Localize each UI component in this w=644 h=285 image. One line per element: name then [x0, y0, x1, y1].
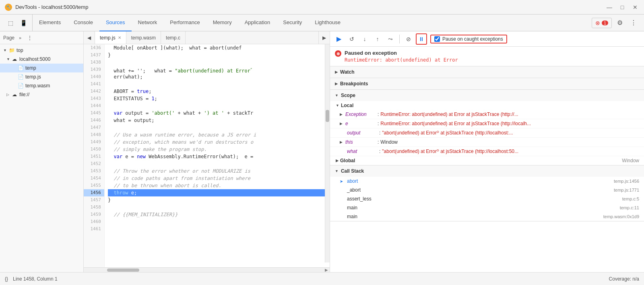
scope-header[interactable]: ▼ Scope	[330, 90, 644, 101]
line-num-1453: 1453	[84, 167, 104, 175]
line-num-1459: 1459	[84, 211, 104, 218]
tab-network[interactable]: Network	[132, 14, 164, 31]
callstack-item-main1[interactable]: main temp.c:11	[330, 203, 644, 212]
code-more-button[interactable]: ▶	[318, 31, 330, 44]
tree-item-tempwasm[interactable]: 📄 temp.wasm	[0, 81, 83, 90]
pause-exceptions-button[interactable]: ⏸	[416, 33, 427, 45]
code-line-1449: // exception, which means we'd run destr…	[108, 138, 330, 146]
scope-e-key: e	[345, 120, 378, 127]
code-body: 1436 1437 1438 1439 1440 1441 1442 1443 …	[84, 44, 330, 267]
deactivate-breakpoints-button[interactable]: ⊘	[403, 33, 414, 45]
callstack-loc-main2: temp.wasm:0x1d9	[603, 214, 639, 219]
tab-lighthouse[interactable]: Lighthouse	[308, 14, 347, 31]
watch-chevron-icon: ▶	[335, 70, 338, 74]
scope-label: Scope	[341, 93, 355, 98]
watch-header[interactable]: ▶ Watch	[330, 66, 644, 78]
callstack-loc-main1: temp.c:11	[620, 205, 639, 210]
line-num-1450: 1450	[84, 146, 104, 153]
file-tab-tempjs-close[interactable]: ✕	[118, 35, 121, 40]
exception-content: Paused on exception RuntimeError: abort(…	[345, 50, 458, 63]
minimize-button[interactable]: —	[605, 3, 613, 11]
e-expand-icon: ▶	[340, 120, 344, 127]
close-button[interactable]: ✕	[631, 3, 639, 11]
breakpoints-header[interactable]: ▶ Breakpoints	[330, 78, 644, 89]
file-tab-tempwasm[interactable]: temp.wasm	[126, 31, 161, 44]
scope-exception-item[interactable]: ▶ Exception : RuntimeError: abort(undefi…	[330, 110, 644, 119]
vertical-scrollbar[interactable]	[325, 44, 330, 262]
scope-what-key: what	[347, 148, 379, 155]
step-over-button[interactable]: ↺	[346, 33, 357, 45]
tree-item-top[interactable]: ▼ 📁 top	[0, 46, 83, 55]
line-num-1439: 1439	[84, 66, 104, 73]
exception-title: Paused on exception	[345, 50, 458, 56]
chevron-down-icon: ▼	[6, 57, 10, 61]
scope-what-item[interactable]: what : "abort(undefined) at Errorᴰ at js…	[330, 147, 644, 156]
step-out-button[interactable]: ↑	[372, 33, 383, 45]
file-tab-tempc[interactable]: temp.c	[161, 31, 186, 44]
code-line-1436: Module[ onAbort ](what); what = abort(un…	[108, 44, 330, 52]
scope-global-header[interactable]: ▶ Global Window	[330, 156, 644, 165]
tree-item-tempjs[interactable]: 📄 temp.js	[0, 72, 83, 81]
pause-caught-exceptions-checkbox[interactable]	[434, 36, 440, 42]
callstack-item-assert_less[interactable]: assert_less temp.c:5	[330, 194, 644, 203]
file-nav-toggle[interactable]: ◀	[84, 31, 95, 44]
step-into-button[interactable]: ↓	[359, 33, 370, 45]
main-area: Page » ⋮ ▼ 📁 top ▼ ☁ localhost:5000 📄 te…	[0, 31, 644, 272]
line-num-1454: 1454	[84, 175, 104, 182]
inspect-element-button[interactable]: ⬚	[5, 17, 16, 29]
more-options-button[interactable]: ⋮	[628, 17, 639, 29]
toolbar-separator	[399, 35, 400, 43]
scope-output-key: output	[347, 129, 379, 136]
scope-global-label: Global	[340, 158, 355, 163]
callstack-fn-abort: abort	[347, 178, 614, 184]
code-content[interactable]: Module[ onAbort ](what); what = abort(un…	[105, 44, 330, 267]
scope-e-item[interactable]: ▶ e : RuntimeError: abort(undefined) at …	[330, 119, 644, 128]
maximize-button[interactable]: □	[618, 3, 626, 11]
error-count-button[interactable]: ⊗ 1	[592, 18, 612, 28]
tab-console[interactable]: Console	[67, 14, 99, 31]
line-num-1446: 1446	[84, 117, 104, 124]
tree-item-localhost[interactable]: ▼ ☁ localhost:5000	[0, 55, 83, 64]
sidebar: Page » ⋮ ▼ 📁 top ▼ ☁ localhost:5000 📄 te…	[0, 31, 84, 272]
step-button[interactable]: ⤳	[385, 33, 396, 45]
code-line-1448: // Use a wasm runtime error, because a J…	[108, 131, 330, 138]
device-toolbar-button[interactable]: 📱	[18, 17, 29, 29]
scroll-right-arrow[interactable]: ▶	[324, 268, 329, 273]
tab-sources[interactable]: Sources	[99, 14, 132, 31]
settings-button[interactable]: ⚙	[614, 17, 625, 29]
callstack-chevron-icon: ▼	[335, 169, 339, 173]
tab-memory[interactable]: Memory	[206, 14, 238, 31]
current-frame-icon: ➤	[340, 179, 345, 184]
tab-security[interactable]: Security	[277, 14, 308, 31]
tab-performance[interactable]: Performance	[163, 14, 206, 31]
tab-elements[interactable]: Elements	[33, 14, 67, 31]
tree-label-localhost: localhost:5000	[19, 56, 50, 62]
file-tab-tempjs[interactable]: temp.js ✕	[95, 31, 126, 44]
tree-item-file[interactable]: ▷ ☁ file://	[0, 90, 83, 99]
line-num-1444: 1444	[84, 102, 104, 109]
callstack-header[interactable]: ▼ Call Stack	[330, 165, 644, 177]
scope-this-item[interactable]: ▶ this : Window	[330, 138, 644, 147]
right-panel: ▶ ↺ ↓ ↑ ⤳ ⊘ ⏸ Pause on caught exceptions…	[330, 31, 644, 272]
sidebar-page-label: Page	[3, 35, 14, 41]
callstack-item-main2[interactable]: main temp.wasm:0x1d9	[330, 212, 644, 221]
devtools-toolbar-left: ⬚ 📱	[2, 14, 33, 31]
line-num-1440: 1440	[84, 73, 104, 81]
callstack-item-_abort[interactable]: _abort temp.js:1771	[330, 186, 644, 194]
sidebar-menu-button[interactable]: ⋮	[26, 34, 34, 42]
resume-button[interactable]: ▶	[333, 33, 345, 45]
callstack-loc-_abort: temp.js:1771	[614, 188, 639, 192]
horizontal-scrollbar[interactable]: ▶	[84, 267, 330, 272]
line-num-1447: 1447	[84, 124, 104, 131]
tree-item-temp[interactable]: 📄 temp	[0, 64, 83, 72]
pause-caught-exceptions-label: Pause on caught exceptions	[442, 36, 503, 42]
scope-output-item[interactable]: output : "abort(undefined) at Errorᴰ at …	[330, 128, 644, 138]
line-num-1449: 1449	[84, 138, 104, 146]
scope-local-header[interactable]: ▼ Local	[330, 101, 644, 110]
file-tab-tempwasm-label: temp.wasm	[131, 35, 156, 41]
scope-output-val: "abort(undefined) at Errorᴰ at jsStackTr…	[382, 129, 513, 136]
pretty-print-button[interactable]: {}	[5, 276, 8, 282]
tab-application[interactable]: Application	[238, 14, 277, 31]
callstack-item-abort[interactable]: ➤ abort temp.js:1456	[330, 177, 644, 186]
sidebar-more-button[interactable]: »	[16, 34, 24, 42]
